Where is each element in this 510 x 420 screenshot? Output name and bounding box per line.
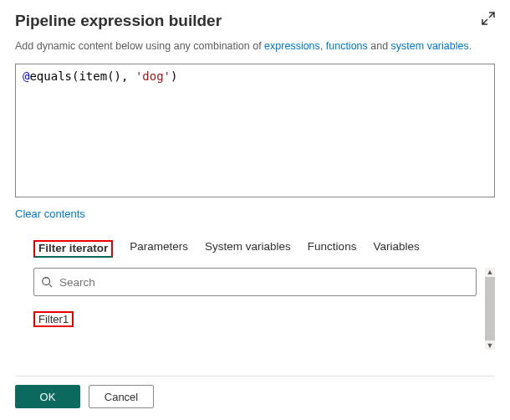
scroll-up-icon[interactable]: ▲ [487, 268, 494, 276]
result-item-filter1[interactable]: Filter1 [33, 311, 74, 327]
link-expressions[interactable]: expressions [264, 40, 320, 52]
tabs: Filter iterator Parameters System variab… [33, 240, 495, 258]
search-icon [41, 276, 53, 288]
search-input[interactable] [33, 268, 477, 296]
scroll-thumb[interactable] [485, 277, 495, 341]
page-title: Pipeline expression builder [15, 12, 222, 30]
expand-icon[interactable] [482, 12, 495, 25]
link-system-variables[interactable]: system variables [391, 40, 469, 52]
tab-functions[interactable]: Functions [308, 240, 357, 258]
svg-line-1 [49, 284, 53, 288]
hint-prefix: Add dynamic content below using any comb… [15, 40, 264, 52]
code-fn-close: ) [171, 69, 177, 83]
scrollbar[interactable]: ▲ ▼ [485, 268, 495, 350]
cancel-button[interactable]: Cancel [89, 385, 154, 408]
link-functions[interactable]: functions [326, 40, 368, 52]
hint-text: Add dynamic content below using any comb… [15, 40, 495, 52]
expression-editor[interactable]: @equals(item(), 'dog') [15, 64, 495, 197]
footer: OK Cancel [15, 376, 495, 408]
scroll-down-icon[interactable]: ▼ [487, 341, 494, 350]
tab-system-variables[interactable]: System variables [205, 240, 291, 258]
tab-variables[interactable]: Variables [373, 240, 419, 258]
tab-filter-iterator[interactable]: Filter iterator [33, 240, 113, 258]
clear-contents-link[interactable]: Clear contents [15, 207, 85, 220]
code-string: 'dog' [135, 69, 171, 83]
ok-button[interactable]: OK [15, 385, 80, 408]
svg-point-0 [43, 278, 50, 285]
code-fn-open: equals(item(), [29, 69, 135, 83]
tab-parameters[interactable]: Parameters [130, 240, 188, 258]
